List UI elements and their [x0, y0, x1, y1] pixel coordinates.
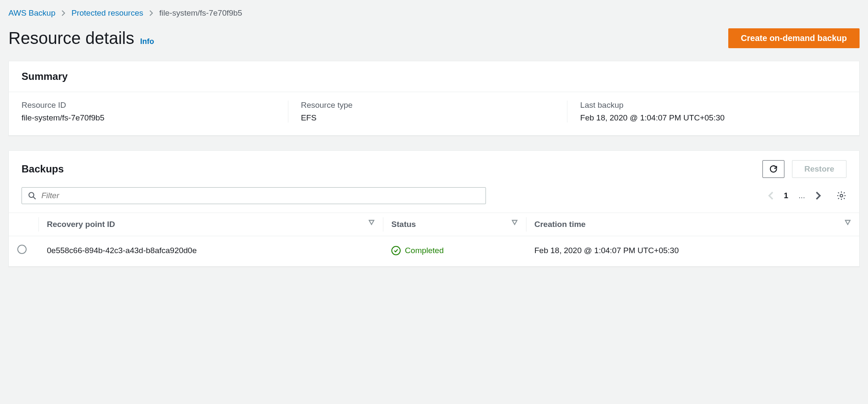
pager-next[interactable]	[815, 191, 821, 200]
pager-page: 1	[784, 191, 789, 200]
summary-grid: Resource ID file-system/fs-7e70f9b5 Reso…	[9, 92, 859, 135]
create-backup-button[interactable]: Create on-demand backup	[728, 28, 860, 48]
col-status[interactable]: Status	[383, 213, 526, 236]
summary-header: Summary	[9, 61, 859, 92]
backups-title: Backups	[22, 163, 64, 175]
pager: 1 ...	[768, 191, 846, 201]
col-status-label: Status	[391, 220, 416, 229]
row-radio[interactable]	[17, 245, 27, 254]
refresh-icon	[769, 164, 778, 174]
pager-prev	[768, 191, 774, 200]
restore-button: Restore	[792, 160, 846, 178]
svg-line-1	[33, 197, 35, 199]
col-creation-time-label: Creation time	[534, 220, 586, 229]
breadcrumb: AWS Backup Protected resources file-syst…	[8, 8, 860, 18]
summary-panel: Summary Resource ID file-system/fs-7e70f…	[8, 61, 860, 136]
chevron-right-icon	[61, 10, 65, 16]
sort-icon	[369, 220, 374, 226]
last-backup-value: Feb 18, 2020 @ 1:04:07 PM UTC+05:30	[580, 113, 834, 123]
search-icon	[28, 191, 36, 200]
filter-row: 1 ...	[9, 187, 859, 213]
cell-creation-time: Feb 18, 2020 @ 1:04:07 PM UTC+05:30	[526, 236, 859, 265]
summary-resource-id: Resource ID file-system/fs-7e70f9b5	[22, 101, 288, 123]
refresh-button[interactable]	[762, 160, 784, 178]
backups-table: Recovery point ID Status Creation time	[9, 213, 859, 265]
pager-ellipsis: ...	[798, 191, 805, 200]
filter-input[interactable]	[41, 191, 480, 200]
svg-point-0	[29, 193, 34, 198]
backups-header: Backups Restore	[9, 151, 859, 187]
col-recovery-point-label: Recovery point ID	[47, 220, 115, 229]
sort-icon	[845, 220, 851, 226]
page-header: Resource details Info Create on-demand b…	[8, 28, 860, 48]
col-recovery-point[interactable]: Recovery point ID	[38, 213, 383, 236]
backups-panel: Backups Restore 1 ...	[8, 150, 860, 267]
summary-title: Summary	[22, 71, 68, 82]
resource-type-label: Resource type	[301, 101, 555, 110]
backups-actions: Restore	[762, 160, 846, 178]
col-select	[9, 213, 38, 236]
table-row: 0e558c66-894b-42c3-a43d-b8afca920d0e Com…	[9, 236, 859, 265]
status-text: Completed	[405, 246, 444, 255]
last-backup-label: Last backup	[580, 101, 834, 110]
cell-status: Completed	[391, 246, 518, 255]
svg-point-2	[840, 194, 843, 197]
col-creation-time[interactable]: Creation time	[526, 213, 859, 236]
summary-last-backup: Last backup Feb 18, 2020 @ 1:04:07 PM UT…	[567, 101, 846, 123]
settings-button[interactable]	[836, 191, 846, 201]
chevron-right-icon	[149, 10, 153, 16]
gear-icon	[836, 191, 846, 201]
resource-id-label: Resource ID	[22, 101, 275, 110]
success-icon	[391, 246, 401, 255]
resource-id-value: file-system/fs-7e70f9b5	[22, 113, 275, 123]
page-title-text: Resource details	[8, 29, 134, 48]
filter-box[interactable]	[22, 187, 486, 204]
resource-type-value: EFS	[301, 113, 555, 123]
breadcrumb-root[interactable]: AWS Backup	[8, 8, 55, 18]
sort-icon	[512, 220, 518, 226]
cell-recovery-point: 0e558c66-894b-42c3-a43d-b8afca920d0e	[38, 236, 383, 265]
breadcrumb-current: file-system/fs-7e70f9b5	[159, 8, 242, 18]
page-title: Resource details Info	[8, 29, 154, 48]
breadcrumb-section[interactable]: Protected resources	[71, 8, 143, 18]
info-link[interactable]: Info	[140, 37, 154, 46]
summary-resource-type: Resource type EFS	[288, 101, 567, 123]
